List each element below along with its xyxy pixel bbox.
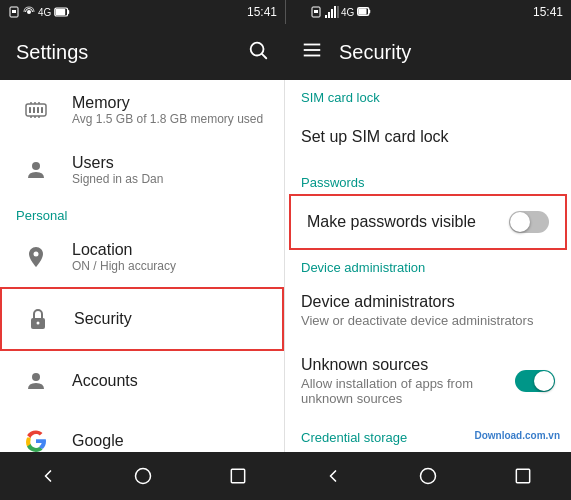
right-recents-button[interactable] — [499, 452, 547, 500]
right-back-button[interactable] — [309, 452, 357, 500]
sim-lock-item[interactable]: Set up SIM card lock — [285, 109, 571, 165]
security-list-item-content: Security — [74, 310, 132, 328]
svg-rect-4 — [68, 10, 70, 14]
unknown-sources-toggle-thumb — [534, 371, 554, 391]
location-content: Location ON / High accuracy — [72, 241, 176, 273]
device-admins-title: Device administrators — [301, 293, 533, 311]
svg-rect-22 — [29, 107, 31, 113]
memory-icon — [16, 90, 56, 130]
svg-point-35 — [37, 322, 40, 325]
sim-section-label: SIM card lock — [285, 80, 571, 109]
passwords-visible-title: Make passwords visible — [307, 213, 509, 231]
personal-section-label: Personal — [0, 200, 284, 227]
memory-title: Memory — [72, 94, 263, 112]
right-nav — [285, 452, 571, 500]
accounts-title: Accounts — [72, 372, 138, 390]
security-settings-list: SIM card lock Set up SIM card lock Passw… — [285, 80, 571, 452]
svg-rect-23 — [33, 107, 35, 113]
svg-rect-14 — [369, 10, 371, 14]
svg-rect-11 — [334, 6, 336, 18]
svg-rect-7 — [314, 10, 318, 13]
unknown-sources-subtitle: Allow installation of apps from unknown … — [301, 376, 515, 406]
svg-point-33 — [34, 252, 39, 257]
right-status-time: 15:41 — [533, 5, 563, 19]
unknown-sources-title: Unknown sources — [301, 356, 515, 374]
passwords-section-label: Passwords — [285, 165, 571, 194]
svg-point-32 — [32, 162, 40, 170]
svg-point-41 — [135, 469, 150, 484]
security-item[interactable]: Security — [0, 287, 284, 351]
location-icon — [16, 237, 56, 277]
memory-subtitle: Avg 1.5 GB of 1.8 GB memory used — [72, 112, 263, 126]
svg-rect-9 — [328, 12, 330, 18]
accounts-content: Accounts — [72, 372, 138, 390]
sim-lock-content: Set up SIM card lock — [301, 128, 449, 146]
search-icon[interactable] — [247, 39, 269, 66]
svg-point-36 — [32, 373, 40, 381]
google-item[interactable]: Google — [0, 411, 284, 452]
unknown-sources-item[interactable]: Unknown sources Allow installation of ap… — [285, 342, 571, 420]
security-list-item-title: Security — [74, 310, 132, 328]
svg-rect-10 — [331, 9, 333, 18]
device-admins-content: Device administrators View or deactivate… — [301, 293, 533, 328]
lock-icon — [18, 299, 58, 339]
settings-header: Settings — [0, 24, 285, 80]
menu-icon[interactable] — [301, 39, 323, 65]
settings-list: Memory Avg 1.5 GB of 1.8 GB memory used … — [0, 80, 285, 452]
svg-rect-44 — [517, 469, 530, 482]
svg-rect-1 — [12, 10, 16, 13]
svg-rect-42 — [231, 469, 244, 482]
credential-section-label: Credential storage — [285, 420, 571, 449]
accounts-item[interactable]: Accounts — [0, 351, 284, 411]
svg-rect-12 — [337, 6, 339, 18]
users-title: Users — [72, 154, 163, 172]
svg-rect-8 — [325, 15, 327, 18]
unknown-sources-toggle[interactable] — [515, 370, 555, 392]
security-header: Security — [285, 24, 571, 80]
settings-title: Settings — [16, 41, 247, 64]
svg-rect-5 — [56, 9, 66, 15]
device-admin-section-label: Device administration — [285, 250, 571, 279]
svg-rect-15 — [359, 9, 367, 15]
passwords-visible-item[interactable]: Make passwords visible — [289, 194, 567, 250]
unknown-sources-content: Unknown sources Allow installation of ap… — [301, 356, 515, 406]
security-title: Security — [339, 41, 411, 64]
svg-rect-25 — [41, 107, 43, 113]
users-subtitle: Signed in as Dan — [72, 172, 163, 186]
passwords-toggle-thumb — [510, 212, 530, 232]
svg-rect-24 — [37, 107, 39, 113]
device-admins-item[interactable]: Device administrators View or deactivate… — [285, 279, 571, 342]
passwords-toggle[interactable] — [509, 211, 549, 233]
left-nav — [0, 452, 285, 500]
google-content: Google — [72, 432, 124, 450]
users-content: Users Signed in as Dan — [72, 154, 163, 186]
left-status-time: 15:41 — [247, 5, 277, 19]
back-button[interactable] — [24, 452, 72, 500]
passwords-visible-content: Make passwords visible — [307, 213, 509, 231]
sim-lock-title: Set up SIM card lock — [301, 128, 449, 146]
right-home-button[interactable] — [404, 452, 452, 500]
google-icon — [16, 421, 56, 452]
location-item[interactable]: Location ON / High accuracy — [0, 227, 284, 287]
svg-point-2 — [27, 10, 31, 14]
memory-item[interactable]: Memory Avg 1.5 GB of 1.8 GB memory used — [0, 80, 284, 140]
location-subtitle: ON / High accuracy — [72, 259, 176, 273]
svg-line-17 — [262, 54, 266, 58]
location-title: Location — [72, 241, 176, 259]
home-button[interactable] — [119, 452, 167, 500]
accounts-icon — [16, 361, 56, 401]
device-admins-subtitle: View or deactivate device administrators — [301, 313, 533, 328]
recents-button[interactable] — [214, 452, 262, 500]
users-icon — [16, 150, 56, 190]
memory-content: Memory Avg 1.5 GB of 1.8 GB memory used — [72, 94, 263, 126]
google-title: Google — [72, 432, 124, 450]
svg-point-43 — [420, 469, 435, 484]
users-item[interactable]: Users Signed in as Dan — [0, 140, 284, 200]
